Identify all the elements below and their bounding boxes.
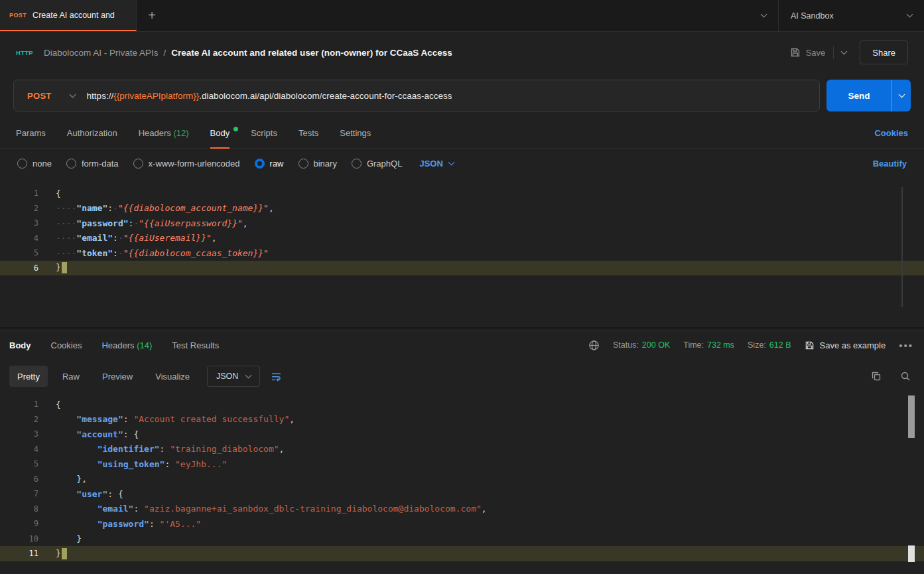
request-body-editor[interactable]: 1{2····"name":·"{{diabolocom_account_nam… bbox=[0, 178, 924, 327]
response-tab-test-results[interactable]: Test Results bbox=[172, 340, 219, 350]
new-tab-button[interactable]: + bbox=[137, 0, 167, 31]
request-tab-body[interactable]: Body bbox=[210, 118, 230, 148]
code-line[interactable]: 8 "email": "aziz.baganne+ai_sanbdox_dblc… bbox=[0, 502, 924, 517]
request-tab-params[interactable]: Params bbox=[16, 118, 46, 148]
request-tab-tests[interactable]: Tests bbox=[298, 118, 318, 148]
response-size: Size: 612 B bbox=[748, 340, 791, 350]
response-overview-cursor-marker[interactable] bbox=[908, 545, 915, 562]
code-line[interactable]: 6} bbox=[0, 261, 924, 276]
method-selector[interactable]: POST bbox=[14, 80, 87, 111]
request-tabs: ParamsAuthorizationHeaders (12)BodyScrip… bbox=[16, 118, 371, 148]
size-label: Size: bbox=[748, 340, 766, 350]
request-tab-settings[interactable]: Settings bbox=[340, 118, 371, 148]
save-options-chevron-icon[interactable] bbox=[842, 52, 846, 54]
globe-icon[interactable] bbox=[588, 340, 600, 351]
response-body-editor[interactable]: 1{2 "message": "Account created successf… bbox=[0, 393, 924, 574]
send-options-button[interactable] bbox=[891, 80, 911, 111]
save-button[interactable]: Save bbox=[790, 47, 826, 58]
request-tab-scripts[interactable]: Scripts bbox=[251, 118, 277, 148]
code-line[interactable]: 3 "account": { bbox=[0, 427, 924, 442]
response-view-raw[interactable]: Raw bbox=[54, 366, 88, 387]
code-line[interactable]: 10 } bbox=[0, 532, 924, 547]
breadcrumb-request-name: Create AI account and related user (non-… bbox=[171, 48, 452, 58]
code-line[interactable]: 9 "password": "'A5..." bbox=[0, 516, 924, 532]
wrap-text-icon[interactable] bbox=[271, 371, 282, 382]
search-icon[interactable] bbox=[900, 371, 911, 382]
save-label: Save bbox=[806, 48, 826, 58]
body-type-graphql[interactable]: GraphQL bbox=[352, 159, 402, 169]
method-label: POST bbox=[27, 91, 52, 101]
save-as-example-label: Save as example bbox=[820, 340, 886, 350]
status-value: 200 OK bbox=[642, 340, 670, 350]
open-request-tab[interactable]: POST Create AI account and bbox=[0, 0, 137, 31]
body-type-none[interactable]: none bbox=[17, 159, 52, 169]
request-tab-authorization[interactable]: Authorization bbox=[67, 118, 117, 148]
line-number: 6 bbox=[0, 474, 38, 484]
response-status: Status: 200 OK bbox=[613, 340, 670, 350]
body-language-selector[interactable]: JSON bbox=[419, 159, 453, 169]
code-line[interactable]: 2····"name":·"{{diabolocom_account_name}… bbox=[0, 201, 924, 216]
code-line[interactable]: 4 "identifier": "training_diabolocom", bbox=[0, 442, 924, 457]
radio-icon bbox=[255, 159, 265, 169]
chevron-down-icon bbox=[69, 91, 76, 98]
save-icon bbox=[805, 340, 815, 350]
size-value: 612 B bbox=[769, 340, 791, 350]
code-line[interactable]: 11} bbox=[0, 546, 924, 561]
response-tab-headers[interactable]: Headers (14) bbox=[101, 340, 152, 350]
breadcrumb-collection[interactable]: Diabolocom AI - Private APIs bbox=[44, 48, 159, 58]
response-language-selector[interactable]: JSON bbox=[207, 366, 260, 387]
response-view-visualize[interactable]: Visualize bbox=[147, 366, 198, 387]
code-line[interactable]: 6 }, bbox=[0, 472, 924, 487]
workspace-tab-bar: POST Create AI account and + AI Sandbox bbox=[0, 0, 924, 32]
body-type-raw[interactable]: raw bbox=[255, 159, 284, 169]
body-type-x-www-form-urlencoded[interactable]: x-www-form-urlencoded bbox=[133, 159, 240, 169]
tab-list-chevron-icon[interactable] bbox=[750, 0, 778, 31]
url-input[interactable]: https://{{privateAPIplatform}}.diaboloco… bbox=[87, 91, 452, 101]
code-line[interactable]: 4····"email":·"{{aiUseremail}}", bbox=[0, 231, 924, 246]
code-line[interactable]: 3····"password":·"{{aiUserpassword}}", bbox=[0, 216, 924, 231]
url-suffix: .diabolocom.ai/api/diabolocom/create-acc… bbox=[199, 91, 452, 101]
time-value: 732 ms bbox=[707, 340, 734, 350]
response-view-pretty[interactable]: Pretty bbox=[9, 366, 48, 387]
response-language-label: JSON bbox=[216, 372, 238, 381]
response-view-preview[interactable]: Preview bbox=[94, 366, 141, 387]
chevron-down-icon bbox=[245, 372, 252, 378]
share-button[interactable]: Share bbox=[860, 40, 908, 64]
line-number: 5 bbox=[0, 459, 38, 468]
url-prefix: https:// bbox=[87, 91, 114, 101]
text-cursor bbox=[62, 262, 67, 273]
response-tab-body[interactable]: Body bbox=[9, 340, 31, 350]
code-line[interactable]: 5····"token":·"{{diabolocom_ccaas_token}… bbox=[0, 246, 924, 261]
line-number: 7 bbox=[0, 489, 38, 498]
code-line[interactable]: 2 "message": "Account created successful… bbox=[0, 412, 924, 427]
line-number: 10 bbox=[0, 534, 38, 543]
radio-icon bbox=[17, 159, 27, 169]
code-line[interactable]: 1{ bbox=[0, 397, 924, 412]
response-view-actions bbox=[871, 371, 913, 382]
text-cursor bbox=[62, 548, 67, 559]
tab-title: Create AI account and bbox=[33, 11, 115, 20]
line-number: 4 bbox=[0, 234, 38, 243]
request-editor-scrollbar[interactable] bbox=[901, 187, 903, 307]
cookies-link[interactable]: Cookies bbox=[874, 128, 908, 138]
response-scrollbar-thumb[interactable] bbox=[908, 395, 915, 438]
code-line[interactable]: 1{ bbox=[0, 186, 924, 201]
body-type-form-data[interactable]: form-data bbox=[66, 159, 119, 169]
more-options-icon[interactable]: ••• bbox=[899, 340, 913, 350]
send-split-button: Send bbox=[826, 80, 911, 111]
copy-icon[interactable] bbox=[871, 371, 882, 382]
code-line[interactable]: 5 "using_token": "eyJhb..." bbox=[0, 457, 924, 472]
response-view-row: PrettyRawPreviewVisualize JSON bbox=[0, 360, 924, 393]
environment-selector[interactable]: AI Sandbox bbox=[779, 0, 924, 31]
tabbar-right: AI Sandbox bbox=[750, 0, 924, 31]
send-button[interactable]: Send bbox=[826, 80, 891, 111]
body-type-row: noneform-datax-www-form-urlencodedrawbin… bbox=[0, 149, 924, 178]
request-tab-headers[interactable]: Headers (12) bbox=[139, 118, 189, 148]
code-line[interactable]: 7 "user": { bbox=[0, 486, 924, 502]
save-as-example-button[interactable]: Save as example bbox=[805, 340, 886, 350]
body-type-binary[interactable]: binary bbox=[298, 159, 337, 169]
line-number: 1 bbox=[0, 399, 38, 409]
request-tabs-row: ParamsAuthorizationHeaders (12)BodyScrip… bbox=[0, 118, 924, 149]
beautify-link[interactable]: Beautify bbox=[873, 159, 907, 169]
response-tab-cookies[interactable]: Cookies bbox=[51, 340, 82, 350]
